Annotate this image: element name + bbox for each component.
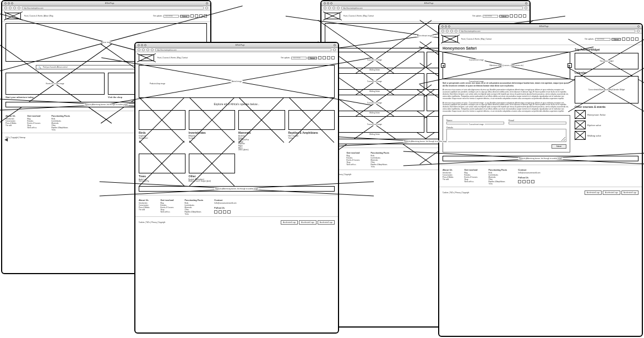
email-input[interactable]: [595, 38, 610, 41]
species-image[interactable]: [139, 110, 185, 130]
url-bar: http://fascinatingafrica.com: [135, 48, 338, 52]
search-icon: 🔍: [39, 66, 41, 69]
url-bar: http://fascinatingafrica.com: [439, 29, 642, 34]
wireframe-detail: A Web Page http://fascinatingafrica.com …: [438, 23, 643, 337]
nav[interactable]: Facts | Courses & Events | Blog | Contac…: [461, 38, 492, 40]
url-bar: http://fascinatingafrica.com: [321, 6, 530, 10]
logo[interactable]: [139, 54, 154, 61]
form-submit-button[interactable]: Submit: [552, 144, 566, 149]
submit-button[interactable]: Submit: [499, 15, 509, 18]
email-input[interactable]: [291, 57, 307, 59]
species-image[interactable]: [238, 110, 285, 130]
calendar-widget: Course details/Dates-Availability/Calend…: [575, 76, 638, 103]
browser-chrome: A Web Page: [321, 1, 530, 6]
ad-banner[interactable]: Siyavula (Advertising banner, link throu…: [139, 186, 335, 192]
trip-advisor-widget: Trip advisor widget: [575, 53, 638, 69]
species-image[interactable]: [189, 154, 236, 173]
email-field[interactable]: [509, 122, 566, 124]
nav[interactable]: Facts | Courses & Events | About | Blog: [24, 15, 53, 17]
nav[interactable]: Facts | Courses & Events | Blog | Contac…: [157, 57, 188, 59]
course-card[interactable]: Course/event image: [325, 52, 424, 68]
related-item[interactable]: Flydrive safari: [575, 121, 638, 129]
submit-button[interactable]: Submit: [612, 38, 621, 41]
email-input[interactable]: [163, 15, 179, 18]
course-card[interactable]: Course/event image: [325, 116, 424, 133]
nav[interactable]: Facts | Courses & Events | Blog | Contac…: [343, 15, 374, 17]
submit-button[interactable]: Submit: [180, 15, 189, 18]
submit-button[interactable]: Submit: [308, 57, 317, 59]
logo[interactable]: [325, 13, 340, 19]
details-field[interactable]: [446, 129, 566, 142]
species-row-2: TreesApple Leaf Sycamore Fig OtherBaobab…: [139, 154, 335, 183]
events-card-image[interactable]: Events & Courses image: [6, 73, 105, 95]
page-title: Honeymoon Safari: [443, 46, 570, 50]
browser-chrome: A Web Page: [439, 24, 642, 29]
url-bar: http://fascinatingafrica.com: [2, 6, 210, 10]
lead-paragraph: Sed ut perspiciatis unde omnis iste natu…: [443, 82, 570, 87]
related-item[interactable]: Honeymoon Safari: [575, 110, 638, 119]
browser-chrome: A Web Page: [2, 1, 210, 6]
body-paragraph: At vero eos et accusamus et iusto odio d…: [443, 89, 570, 100]
hero-image: Animal image: [139, 65, 335, 98]
course-card[interactable]: Course/event image: [325, 95, 424, 111]
intro-text: Explore all of Africa's species below...: [139, 102, 335, 106]
logo[interactable]: [443, 36, 458, 42]
species-image[interactable]: [139, 154, 185, 173]
prev-arrow-icon[interactable]: ◀: [441, 63, 445, 68]
body-paragraph: At vero eos et accusamus et iusto odio d…: [443, 102, 570, 113]
social-icon[interactable]: [190, 14, 194, 18]
enquiry-form: NameEmail Details Submit: [443, 115, 570, 152]
species-image[interactable]: [288, 110, 335, 130]
related-item[interactable]: Walking safari: [575, 131, 638, 140]
email-input[interactable]: [483, 15, 498, 18]
course-card[interactable]: Course/event image: [325, 73, 424, 90]
ad-banner[interactable]: Siyavula (Advertising banner, link throu…: [443, 156, 638, 161]
species-row-1: BirdsKingfisher Woodpecker Invertebrates…: [139, 110, 335, 151]
wireframe-species: A Web Page http://fascinatingafrica.com …: [134, 42, 339, 334]
slideshow: Slideshow images (courses, event, promo …: [443, 52, 570, 79]
prev-arrow-icon[interactable]: ◀: [4, 137, 8, 142]
browser-chrome: A Web Page: [135, 43, 338, 48]
species-image[interactable]: [189, 110, 236, 130]
